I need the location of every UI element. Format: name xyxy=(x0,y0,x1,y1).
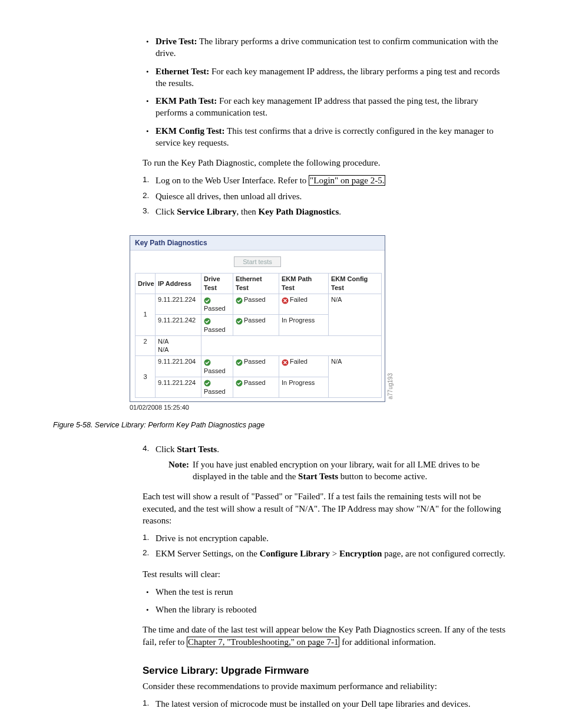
passed-icon xyxy=(204,378,212,387)
step-3: Click Service Library, then Key Path Dia… xyxy=(143,206,509,218)
th-drive: Drive xyxy=(135,274,156,294)
th-ekm-config-test: EKM Config Test xyxy=(329,274,382,294)
th-ethernet-test: Ethernet Test xyxy=(233,274,279,294)
list-item: EKM Config Test: This test confirms that… xyxy=(143,125,509,149)
figure-code: a77ug193 xyxy=(386,373,395,400)
list-item: Ethernet Test: For each key management I… xyxy=(143,65,509,90)
run-procedure-intro: To run the Key Path Diagnostic, complete… xyxy=(143,157,509,169)
key-path-diagnostics-bold: Key Path Diagnostics xyxy=(259,207,339,216)
step-1-text: Log on to the Web User Interface. Refer … xyxy=(156,176,309,185)
passed-icon xyxy=(236,358,244,367)
panel-title: Key Path Diagnostics xyxy=(130,236,385,251)
note-row: Note: If you have just enabled encryptio… xyxy=(168,459,509,483)
recommendation-1: The latest version of microcode must be … xyxy=(143,698,509,710)
list-item: When the test is rerun xyxy=(143,586,509,598)
timestamp: 01/02/2008 15:25:40 xyxy=(130,403,509,412)
firmware-intro: Consider these recommendations to provid… xyxy=(143,680,509,692)
table-row: 19.11.221.224PassedPassedFailedN/A xyxy=(135,294,382,314)
run-procedure-steps: Log on to the Web User Interface. Refer … xyxy=(143,174,509,218)
list-item: When the library is rebooted xyxy=(143,604,509,615)
figure-wrap: Key Path Diagnostics Start tests Drive I… xyxy=(53,235,509,412)
list-item: Drive Test: The library performs a drive… xyxy=(143,35,509,60)
passed-icon xyxy=(204,358,212,367)
passed-icon xyxy=(236,317,244,325)
each-test-paragraph: Each test will show a result of "Passed"… xyxy=(143,490,509,526)
th-ekm-path-test: EKM Path Test xyxy=(279,274,329,294)
failed-icon xyxy=(282,296,290,305)
login-link[interactable]: "Login" on page 2-5. xyxy=(309,175,385,186)
note-label: Note: xyxy=(168,459,189,483)
list-item: EKM Path Test: For each key management I… xyxy=(143,95,509,119)
reason-1: Drive is not encryption capable. xyxy=(143,532,509,544)
failed-icon xyxy=(282,358,290,367)
key-path-diagnostics-panel: Key Path Diagnostics Start tests Drive I… xyxy=(130,235,385,402)
step-2: Quiesce all drives, then unload all driv… xyxy=(143,190,509,202)
th-ip: IP Address xyxy=(156,274,201,294)
na-reasons-list: Drive is not encryption capable. EKM Ser… xyxy=(143,532,509,560)
table-row: 39.11.221.204PassedPassedFailedN/A xyxy=(135,356,382,377)
figure-caption: Figure 5-58. Service Library: Perform Ke… xyxy=(53,420,509,430)
time-date-paragraph: The time and date of the last test will … xyxy=(143,624,509,648)
step-1: Log on to the Web User Interface. Refer … xyxy=(143,174,509,186)
reason-2: EKM Server Settings, on the Configure Li… xyxy=(143,548,509,559)
firmware-recommendations: The latest version of microcode must be … xyxy=(143,698,509,710)
section-title-upgrade-firmware: Service Library: Upgrade Firmware xyxy=(143,664,509,678)
note-body: If you have just enabled encryption on y… xyxy=(193,459,509,483)
table-row: 2N/AN/A xyxy=(135,335,382,356)
passed-icon xyxy=(236,378,244,387)
results-clear-intro: Test results will clear: xyxy=(143,568,509,580)
results-clear-list: When the test is rerunWhen the library i… xyxy=(143,586,509,616)
passed-icon xyxy=(204,296,212,305)
diagnostics-table: Drive IP Address Drive Test Ethernet Tes… xyxy=(135,273,382,398)
start-tests-button[interactable]: Start tests xyxy=(234,256,281,267)
troubleshooting-link[interactable]: Chapter 7, "Troubleshooting," on page 7-… xyxy=(187,637,339,647)
test-definitions-list: Drive Test: The library performs a drive… xyxy=(143,35,509,149)
passed-icon xyxy=(236,296,244,305)
service-library-bold: Service Library xyxy=(177,207,236,216)
step-4: Click Start Tests. Note: If you have jus… xyxy=(143,443,509,483)
passed-icon xyxy=(204,317,212,325)
start-tests-bold: Start Tests xyxy=(177,444,217,454)
th-drive-test: Drive Test xyxy=(201,274,233,294)
step-4-list: Click Start Tests. Note: If you have jus… xyxy=(143,443,509,483)
